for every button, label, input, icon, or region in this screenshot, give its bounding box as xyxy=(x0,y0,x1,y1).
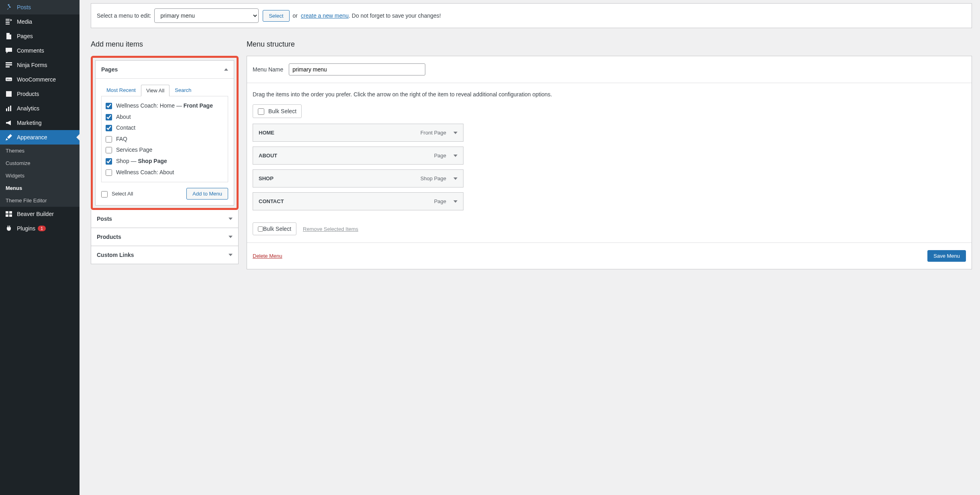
page-row: Contact xyxy=(106,122,224,134)
select-all-checkbox[interactable] xyxy=(101,191,108,198)
sidebar-item-comments[interactable]: Comments xyxy=(0,43,80,58)
caret-down-icon xyxy=(229,254,233,256)
svg-rect-9 xyxy=(10,106,11,111)
plug-icon xyxy=(5,224,13,232)
menu-select[interactable]: primary menu xyxy=(154,8,259,23)
sub-menus[interactable]: Menus xyxy=(0,182,80,194)
page-row: FAQ xyxy=(106,134,224,145)
accordion-title: Pages xyxy=(101,66,118,73)
svg-rect-13 xyxy=(9,214,12,217)
accordion-title: Products xyxy=(97,234,121,240)
svg-rect-12 xyxy=(6,214,8,217)
svg-rect-11 xyxy=(9,211,12,214)
remove-selected-link: Remove Selected Items xyxy=(303,226,358,232)
reminder-text: . Do not forget to save your changes! xyxy=(349,12,441,19)
pages-accordion-header[interactable]: Pages xyxy=(96,61,234,78)
caret-down-icon[interactable] xyxy=(453,132,457,134)
or-text: or xyxy=(293,12,298,19)
bulk-select-label: Bulk Select xyxy=(263,226,291,232)
select-button[interactable]: Select xyxy=(263,10,289,22)
page-checkbox[interactable] xyxy=(106,136,112,143)
menu-name-label: Menu Name xyxy=(253,66,283,73)
sidebar-item-appearance[interactable]: Appearance xyxy=(0,130,80,145)
admin-sidebar: Posts Media Pages Comments Ninja Forms W… xyxy=(0,0,80,495)
sidebar-item-label: Beaver Builder xyxy=(17,211,54,217)
sidebar-item-woocommerce[interactable]: Woo WooCommerce xyxy=(0,72,80,87)
sidebar-item-label: Ninja Forms xyxy=(17,62,47,68)
menu-item-type: Page xyxy=(434,153,446,159)
create-new-menu-link[interactable]: create a new menu xyxy=(301,12,349,19)
caret-down-icon xyxy=(229,218,233,220)
svg-rect-8 xyxy=(8,107,9,111)
sidebar-item-posts[interactable]: Posts xyxy=(0,0,80,14)
caret-down-icon[interactable] xyxy=(453,155,457,157)
select-menu-label: Select a menu to edit: xyxy=(97,12,151,19)
bulk-select-checkbox-top[interactable] xyxy=(258,108,264,115)
svg-rect-6 xyxy=(6,91,12,92)
menu-item-title: CONTACT xyxy=(259,198,284,204)
grid-icon xyxy=(5,210,13,218)
sidebar-item-products[interactable]: Products xyxy=(0,87,80,101)
sidebar-item-analytics[interactable]: Analytics xyxy=(0,101,80,116)
svg-rect-7 xyxy=(6,108,7,111)
page-checkbox[interactable] xyxy=(106,114,112,120)
page-checkbox[interactable] xyxy=(106,169,112,176)
menu-item[interactable]: SHOP Shop Page xyxy=(253,169,463,187)
save-menu-button[interactable]: Save Menu xyxy=(927,250,966,262)
page-row: Services Page xyxy=(106,145,224,156)
caret-down-icon[interactable] xyxy=(453,200,457,203)
page-checkbox[interactable] xyxy=(106,125,112,131)
edit-menu-bar: Select a menu to edit: primary menu Sele… xyxy=(91,3,972,28)
menu-item[interactable]: HOME Front Page xyxy=(253,124,463,142)
products-accordion-header[interactable]: Products xyxy=(91,228,238,246)
menu-item-title: ABOUT xyxy=(259,153,277,159)
tab-search[interactable]: Search xyxy=(169,84,196,96)
caret-down-icon[interactable] xyxy=(453,177,457,180)
sidebar-item-label: Analytics xyxy=(17,105,39,112)
sidebar-item-label: WooCommerce xyxy=(17,76,56,83)
menu-structure-heading: Menu structure xyxy=(247,40,972,49)
svg-rect-5 xyxy=(6,92,12,97)
woo-icon: Woo xyxy=(5,75,13,84)
appearance-submenu: Themes Customize Widgets Menus Theme Fil… xyxy=(0,145,80,207)
sidebar-item-pages[interactable]: Pages xyxy=(0,29,80,43)
sub-customize[interactable]: Customize xyxy=(0,157,80,169)
menu-item[interactable]: CONTACT Page xyxy=(253,192,463,210)
megaphone-icon xyxy=(5,119,13,127)
add-to-menu-button[interactable]: Add to Menu xyxy=(186,188,228,200)
main-content: Select a menu to edit: primary menu Sele… xyxy=(80,0,980,495)
custom-links-accordion-header[interactable]: Custom Links xyxy=(91,246,238,264)
sidebar-item-beaver-builder[interactable]: Beaver Builder xyxy=(0,207,80,221)
svg-rect-2 xyxy=(6,66,10,67)
pin-icon xyxy=(5,3,13,11)
page-row: Wellness Coach: Home — Front Page xyxy=(106,100,224,112)
page-checkbox[interactable] xyxy=(106,103,112,109)
sidebar-item-label: Media xyxy=(17,18,32,25)
tab-view-all[interactable]: View All xyxy=(141,85,169,96)
page-checkbox[interactable] xyxy=(106,158,112,165)
plugin-count-badge: 1 xyxy=(38,226,46,231)
chart-icon xyxy=(5,104,13,112)
delete-menu-link[interactable]: Delete Menu xyxy=(253,253,282,259)
page-row: Shop — Shop Page xyxy=(106,156,224,167)
menu-item[interactable]: ABOUT Page xyxy=(253,147,463,165)
accordion-title: Posts xyxy=(97,216,112,222)
posts-accordion-header[interactable]: Posts xyxy=(91,210,238,228)
bulk-select-checkbox-bottom[interactable] xyxy=(258,226,263,232)
sub-theme-file-editor[interactable]: Theme File Editor xyxy=(0,194,80,207)
sidebar-item-media[interactable]: Media xyxy=(0,14,80,29)
sidebar-item-ninja-forms[interactable]: Ninja Forms xyxy=(0,58,80,72)
sidebar-item-label: Appearance xyxy=(17,134,47,141)
brush-icon xyxy=(5,133,13,141)
box-icon xyxy=(5,90,13,98)
page-checkbox[interactable] xyxy=(106,147,112,153)
tab-most-recent[interactable]: Most Recent xyxy=(101,84,141,96)
sidebar-item-plugins[interactable]: Plugins 1 xyxy=(0,221,80,236)
menu-name-input[interactable] xyxy=(289,63,425,75)
sub-themes[interactable]: Themes xyxy=(0,145,80,157)
sub-widgets[interactable]: Widgets xyxy=(0,169,80,182)
sidebar-item-marketing[interactable]: Marketing xyxy=(0,116,80,130)
svg-rect-10 xyxy=(6,211,8,214)
sidebar-item-label: Posts xyxy=(17,4,31,10)
caret-up-icon xyxy=(224,68,228,71)
